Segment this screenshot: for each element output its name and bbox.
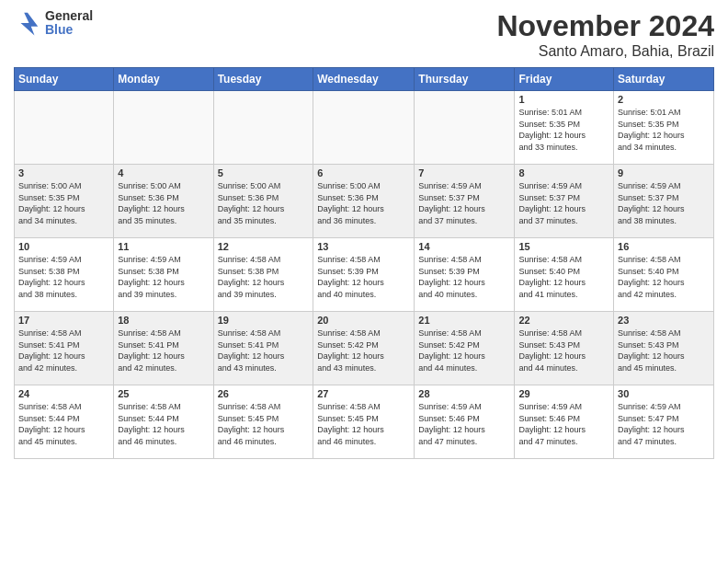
day-info: Sunrise: 4:59 AM Sunset: 5:38 PM Dayligh…: [118, 254, 209, 300]
calendar-week-row: 17Sunrise: 4:58 AM Sunset: 5:41 PM Dayli…: [15, 312, 714, 385]
day-number: 1: [518, 94, 609, 105]
day-number: 17: [18, 315, 109, 326]
calendar-cell: 27Sunrise: 4:58 AM Sunset: 5:45 PM Dayli…: [313, 385, 415, 459]
logo-text: General Blue: [45, 9, 93, 38]
day-info: Sunrise: 4:58 AM Sunset: 5:40 PM Dayligh…: [618, 254, 710, 300]
calendar-cell: 18Sunrise: 4:58 AM Sunset: 5:41 PM Dayli…: [114, 312, 213, 385]
calendar-cell: 3Sunrise: 5:00 AM Sunset: 5:35 PM Daylig…: [15, 165, 114, 238]
day-info: Sunrise: 5:00 AM Sunset: 5:36 PM Dayligh…: [317, 180, 410, 226]
day-info: Sunrise: 4:58 AM Sunset: 5:45 PM Dayligh…: [218, 401, 310, 447]
day-number: 29: [518, 388, 609, 399]
day-info: Sunrise: 4:58 AM Sunset: 5:42 PM Dayligh…: [418, 327, 510, 373]
day-number: 24: [18, 388, 109, 399]
header-monday: Monday: [114, 68, 213, 91]
calendar-cell: 1Sunrise: 5:01 AM Sunset: 5:35 PM Daylig…: [515, 91, 614, 165]
day-number: 21: [418, 315, 510, 326]
day-number: 16: [618, 241, 710, 252]
day-info: Sunrise: 4:58 AM Sunset: 5:38 PM Dayligh…: [218, 254, 310, 300]
day-info: Sunrise: 5:01 AM Sunset: 5:35 PM Dayligh…: [618, 107, 710, 153]
calendar-header-row: Sunday Monday Tuesday Wednesday Thursday…: [15, 68, 714, 91]
day-info: Sunrise: 4:58 AM Sunset: 5:41 PM Dayligh…: [118, 327, 209, 373]
day-info: Sunrise: 5:01 AM Sunset: 5:35 PM Dayligh…: [518, 107, 609, 153]
day-number: 15: [518, 241, 609, 252]
day-info: Sunrise: 4:59 AM Sunset: 5:37 PM Dayligh…: [518, 180, 609, 226]
calendar-cell: 20Sunrise: 4:58 AM Sunset: 5:42 PM Dayli…: [313, 312, 415, 385]
calendar-cell: 14Sunrise: 4:58 AM Sunset: 5:39 PM Dayli…: [415, 238, 515, 312]
day-info: Sunrise: 4:58 AM Sunset: 5:44 PM Dayligh…: [118, 401, 209, 447]
location: Santo Amaro, Bahia, Brazil: [496, 43, 714, 60]
day-number: 30: [618, 388, 710, 399]
calendar-cell: 26Sunrise: 4:58 AM Sunset: 5:45 PM Dayli…: [213, 385, 313, 459]
day-number: 14: [418, 241, 510, 252]
logo-icon: [14, 9, 41, 37]
svg-marker-0: [21, 13, 39, 36]
calendar-cell: 25Sunrise: 4:58 AM Sunset: 5:44 PM Dayli…: [114, 385, 213, 459]
logo-general: General: [45, 9, 93, 23]
day-number: 26: [218, 388, 310, 399]
day-number: 23: [618, 315, 710, 326]
day-number: 19: [218, 315, 310, 326]
calendar-cell: [114, 91, 213, 165]
calendar-cell: 21Sunrise: 4:58 AM Sunset: 5:42 PM Dayli…: [415, 312, 515, 385]
day-info: Sunrise: 4:59 AM Sunset: 5:46 PM Dayligh…: [418, 401, 510, 447]
day-info: Sunrise: 4:59 AM Sunset: 5:37 PM Dayligh…: [418, 180, 510, 226]
day-info: Sunrise: 5:00 AM Sunset: 5:35 PM Dayligh…: [18, 180, 109, 226]
header-sunday: Sunday: [15, 68, 114, 91]
header-thursday: Thursday: [415, 68, 515, 91]
day-number: 4: [118, 167, 209, 178]
header: General Blue November 2024 Santo Amaro, …: [14, 9, 714, 60]
day-number: 22: [518, 315, 609, 326]
day-number: 18: [118, 315, 209, 326]
calendar-cell: 15Sunrise: 4:58 AM Sunset: 5:40 PM Dayli…: [515, 238, 614, 312]
calendar-cell: 2Sunrise: 5:01 AM Sunset: 5:35 PM Daylig…: [614, 91, 714, 165]
calendar-cell: 17Sunrise: 4:58 AM Sunset: 5:41 PM Dayli…: [15, 312, 114, 385]
day-number: 9: [618, 167, 710, 178]
day-number: 5: [218, 167, 310, 178]
calendar-cell: 5Sunrise: 5:00 AM Sunset: 5:36 PM Daylig…: [213, 165, 313, 238]
calendar-cell: 29Sunrise: 4:59 AM Sunset: 5:46 PM Dayli…: [515, 385, 614, 459]
header-friday: Friday: [515, 68, 614, 91]
day-number: 27: [317, 388, 410, 399]
day-number: 12: [218, 241, 310, 252]
day-info: Sunrise: 4:58 AM Sunset: 5:43 PM Dayligh…: [518, 327, 609, 373]
day-info: Sunrise: 4:58 AM Sunset: 5:42 PM Dayligh…: [317, 327, 410, 373]
day-number: 11: [118, 241, 209, 252]
day-info: Sunrise: 4:59 AM Sunset: 5:37 PM Dayligh…: [618, 180, 710, 226]
calendar-week-row: 10Sunrise: 4:59 AM Sunset: 5:38 PM Dayli…: [15, 238, 714, 312]
calendar-cell: 22Sunrise: 4:58 AM Sunset: 5:43 PM Dayli…: [515, 312, 614, 385]
calendar-cell: 6Sunrise: 5:00 AM Sunset: 5:36 PM Daylig…: [313, 165, 415, 238]
calendar-cell: 11Sunrise: 4:59 AM Sunset: 5:38 PM Dayli…: [114, 238, 213, 312]
day-number: 13: [317, 241, 410, 252]
calendar-cell: 16Sunrise: 4:58 AM Sunset: 5:40 PM Dayli…: [614, 238, 714, 312]
day-number: 3: [18, 167, 109, 178]
calendar-cell: [15, 91, 114, 165]
day-info: Sunrise: 4:59 AM Sunset: 5:46 PM Dayligh…: [518, 401, 609, 447]
day-number: 25: [118, 388, 209, 399]
day-info: Sunrise: 4:58 AM Sunset: 5:45 PM Dayligh…: [317, 401, 410, 447]
calendar-cell: 4Sunrise: 5:00 AM Sunset: 5:36 PM Daylig…: [114, 165, 213, 238]
day-info: Sunrise: 4:58 AM Sunset: 5:40 PM Dayligh…: [518, 254, 609, 300]
calendar-week-row: 1Sunrise: 5:01 AM Sunset: 5:35 PM Daylig…: [15, 91, 714, 165]
calendar-cell: 13Sunrise: 4:58 AM Sunset: 5:39 PM Dayli…: [313, 238, 415, 312]
day-info: Sunrise: 5:00 AM Sunset: 5:36 PM Dayligh…: [218, 180, 310, 226]
day-number: 10: [18, 241, 109, 252]
calendar-cell: 19Sunrise: 4:58 AM Sunset: 5:41 PM Dayli…: [213, 312, 313, 385]
day-info: Sunrise: 5:00 AM Sunset: 5:36 PM Dayligh…: [118, 180, 209, 226]
header-saturday: Saturday: [614, 68, 714, 91]
day-info: Sunrise: 4:58 AM Sunset: 5:39 PM Dayligh…: [418, 254, 510, 300]
calendar-cell: [213, 91, 313, 165]
day-info: Sunrise: 4:58 AM Sunset: 5:41 PM Dayligh…: [18, 327, 109, 373]
header-wednesday: Wednesday: [313, 68, 415, 91]
day-info: Sunrise: 4:58 AM Sunset: 5:43 PM Dayligh…: [618, 327, 710, 373]
calendar-cell: 23Sunrise: 4:58 AM Sunset: 5:43 PM Dayli…: [614, 312, 714, 385]
day-number: 7: [418, 167, 510, 178]
calendar-table: Sunday Monday Tuesday Wednesday Thursday…: [14, 67, 714, 459]
day-number: 6: [317, 167, 410, 178]
calendar-cell: 12Sunrise: 4:58 AM Sunset: 5:38 PM Dayli…: [213, 238, 313, 312]
calendar-cell: 7Sunrise: 4:59 AM Sunset: 5:37 PM Daylig…: [415, 165, 515, 238]
logo-blue: Blue: [45, 23, 93, 37]
day-info: Sunrise: 4:58 AM Sunset: 5:44 PM Dayligh…: [18, 401, 109, 447]
header-tuesday: Tuesday: [213, 68, 313, 91]
calendar-week-row: 24Sunrise: 4:58 AM Sunset: 5:44 PM Dayli…: [15, 385, 714, 459]
day-number: 8: [518, 167, 609, 178]
